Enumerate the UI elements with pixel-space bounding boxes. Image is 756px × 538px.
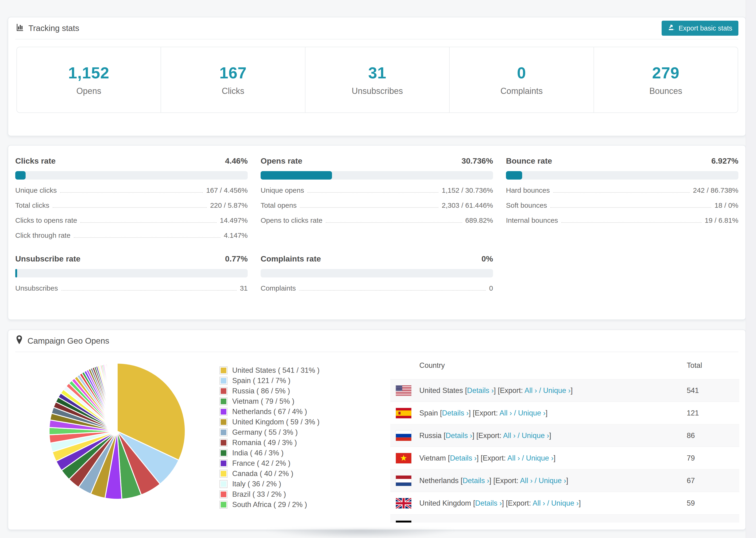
rate-value: 6.927%: [711, 156, 738, 166]
rate-title: Complaints rate: [261, 254, 321, 263]
summary-stat-label: Opens: [76, 86, 101, 96]
summary-stat-label: Unsubscribes: [352, 86, 403, 96]
export-button-label: Export basic stats: [678, 25, 732, 32]
ru-flag-icon: [396, 430, 411, 441]
legend-item: South Africa ( 29 / 2% ): [220, 500, 320, 510]
export-all-link[interactable]: All ›: [524, 386, 537, 395]
link-separator: /: [515, 431, 522, 440]
export-all-link[interactable]: All ›: [507, 454, 520, 462]
geo-title: Campaign Geo Opens: [15, 335, 109, 347]
legend-color-swatch: [220, 480, 228, 488]
country-name: Vietnam: [419, 454, 448, 462]
details-link[interactable]: Details ›: [446, 431, 472, 440]
table-row-vn: Vietnam [Details ›] [Export: All › / Uni…: [390, 447, 739, 469]
bracket: ]: [549, 431, 551, 440]
legend-color-swatch: [220, 398, 228, 405]
legend-item: Canada ( 40 / 2% ): [220, 468, 320, 479]
es-flag-icon: [396, 408, 411, 418]
legend-label: Germany ( 55 / 3% ): [232, 428, 298, 437]
rate-title: Bounce rate: [506, 156, 552, 166]
link-separator: /: [520, 454, 526, 462]
tracking-stats-card: Tracking stats Export basic stats 1,152O…: [8, 17, 746, 136]
rate-detail-row: Opens to clicks rate689.82%: [261, 216, 493, 225]
rate-detail-value: 167 / 4.456%: [206, 186, 248, 194]
summary-stat-value: 31: [368, 64, 387, 82]
rate-detail-value: 2,303 / 61.446%: [442, 201, 493, 210]
country-name: Netherlands: [419, 476, 460, 485]
rate-detail-label: Total opens: [261, 201, 297, 210]
geo-table-header: Country Total: [390, 352, 739, 379]
rate-detail-value: 4.147%: [224, 231, 248, 240]
export-unique-link[interactable]: Unique ›: [539, 476, 566, 485]
country-column-header: Country: [419, 361, 445, 370]
rate-detail-row: Soft bounces18 / 0%: [506, 201, 738, 210]
table-row-gb: United Kingdom [Details ›] [Export: All …: [390, 492, 739, 514]
table-row-us: United States [Details ›] [Export: All ›…: [390, 379, 739, 402]
pie-slice-other[interactable]: [117, 363, 117, 431]
legend-color-swatch: [220, 377, 228, 385]
country-cell: Russia [Details ›] [Export: All › / Uniq…: [419, 431, 551, 440]
rate-detail-label: Opens to clicks rate: [261, 216, 322, 225]
export-all-link[interactable]: All ›: [499, 409, 512, 417]
rate-progress-track: [15, 171, 248, 180]
legend-item: Netherlands ( 67 / 4% ): [220, 406, 320, 417]
rate-value: 4.46%: [225, 156, 248, 166]
country-name: United Kingdom: [419, 499, 473, 507]
rate-detail-value: 689.82%: [465, 216, 493, 225]
bracket: [: [473, 499, 475, 507]
export-unique-link[interactable]: Unique ›: [518, 409, 545, 417]
legend-color-swatch: [220, 428, 228, 436]
rate-block: Clicks rate4.46%Unique clicks167 / 4.456…: [15, 156, 248, 240]
details-link[interactable]: Details ›: [475, 499, 502, 507]
rate-detail-row: Hard bounces242 / 86.738%: [506, 186, 738, 194]
rate-detail-row: Unsubscribes31: [15, 284, 248, 293]
rate-value: 0.77%: [225, 254, 248, 263]
legend-item: United Kingdom ( 59 / 3% ): [220, 417, 320, 427]
export-unique-link[interactable]: Unique ›: [522, 431, 549, 440]
rate-progress-track: [261, 269, 493, 278]
country-cell: United Kingdom [Details ›] [Export: All …: [419, 499, 581, 508]
bracket: [: [444, 431, 446, 440]
rate-detail-label: Soft bounces: [506, 201, 547, 210]
details-link[interactable]: Details ›: [467, 386, 494, 395]
legend-label: Brazil ( 33 / 2% ): [232, 490, 286, 499]
geo-opens-pie-chart[interactable]: [48, 362, 187, 501]
legend-color-swatch: [220, 366, 228, 374]
dotted-leader: [561, 222, 702, 223]
export-all-link[interactable]: All ›: [503, 431, 515, 440]
gb-flag-icon: [396, 498, 411, 509]
details-link[interactable]: Details ›: [462, 476, 489, 485]
export-unique-link[interactable]: Unique ›: [551, 499, 579, 507]
country-cell: United States [Details ›] [Export: All ›…: [419, 386, 573, 395]
legend-color-swatch: [220, 408, 228, 416]
details-link[interactable]: Details ›: [450, 454, 477, 462]
rate-detail-label: Internal bounces: [506, 216, 558, 225]
export-unique-link[interactable]: Unique ›: [543, 386, 570, 395]
rate-detail-value: 242 / 86.738%: [693, 186, 739, 194]
export-all-link[interactable]: All ›: [520, 476, 532, 485]
rate-detail-value: 220 / 5.87%: [210, 201, 248, 210]
link-separator: /: [512, 409, 518, 417]
export-all-link[interactable]: All ›: [532, 499, 545, 507]
summary-stat-label: Complaints: [500, 86, 543, 96]
dotted-leader: [80, 222, 216, 223]
bracket: ]: [546, 409, 548, 417]
legend-item: Italy ( 36 / 2% ): [220, 479, 320, 489]
export-icon: [668, 24, 675, 33]
table-row-de: [390, 514, 739, 522]
bracket: ]: [579, 499, 581, 507]
vertical-scrollbar[interactable]: [746, 0, 756, 538]
summary-stats: 1,152Opens167Clicks31Unsubscribes0Compla…: [17, 47, 738, 113]
details-link[interactable]: Details ›: [442, 409, 469, 417]
rate-detail-label: Clicks to opens rate: [15, 216, 77, 225]
rates-card: Clicks rate4.46%Unique clicks167 / 4.456…: [8, 145, 746, 320]
page-title: Tracking stats: [15, 23, 80, 33]
export-basic-stats-button[interactable]: Export basic stats: [662, 21, 738, 36]
legend-item: Romania ( 49 / 3% ): [220, 438, 320, 448]
bracket: ] [Export:: [469, 409, 499, 417]
rate-value: 30.736%: [461, 156, 493, 166]
summary-stat-box: 1,152Opens: [17, 47, 161, 112]
export-unique-link[interactable]: Unique ›: [526, 454, 553, 462]
summary-stat-value: 0: [517, 64, 526, 82]
legend-color-swatch: [220, 501, 228, 509]
